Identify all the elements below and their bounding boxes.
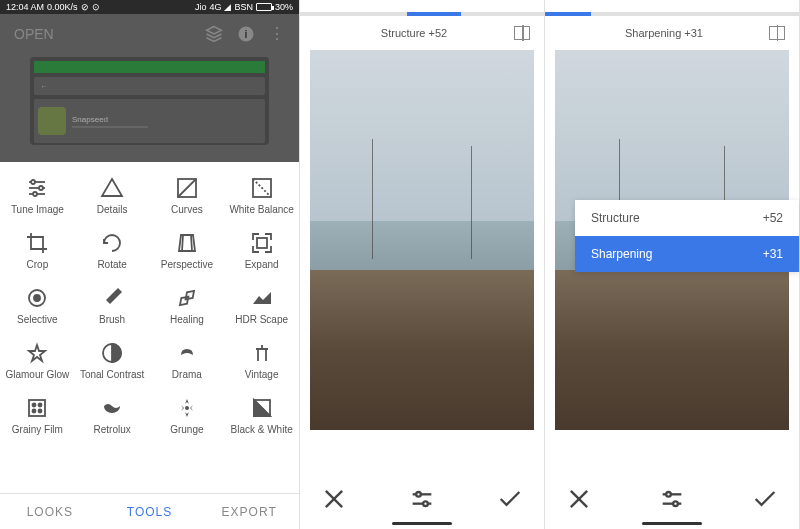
- hdr-icon: [250, 286, 274, 310]
- tool-black-white[interactable]: Black & White: [224, 388, 299, 443]
- retrolux-icon: [100, 396, 124, 420]
- tool-grainy-film[interactable]: Grainy Film: [0, 388, 75, 443]
- compare-icon[interactable]: [769, 26, 785, 40]
- svg-text:i: i: [245, 27, 248, 39]
- apply-button[interactable]: [496, 485, 524, 513]
- svg-point-19: [33, 410, 36, 413]
- dimmed-header: OPEN i ⋮ ← Snapseed: [0, 14, 299, 162]
- slider-track[interactable]: [545, 12, 799, 16]
- tool-expand[interactable]: Expand: [224, 223, 299, 278]
- svg-point-18: [39, 404, 42, 407]
- gesture-bar: [392, 522, 452, 525]
- alarm-icon: ⊘: [81, 2, 89, 12]
- curves-icon: [175, 176, 199, 200]
- tool-healing[interactable]: Healing: [150, 278, 225, 333]
- image-preview[interactable]: [310, 50, 534, 430]
- tab-tools[interactable]: TOOLS: [100, 494, 200, 529]
- wb-icon: [250, 176, 274, 200]
- tool-vintage[interactable]: Vintage: [224, 333, 299, 388]
- tool-tune-image[interactable]: Tune Image: [0, 168, 75, 223]
- tool-brush[interactable]: Brush: [75, 278, 150, 333]
- layers-icon[interactable]: [205, 25, 223, 43]
- adjust-button[interactable]: [408, 485, 436, 513]
- tool-selective[interactable]: Selective: [0, 278, 75, 333]
- tab-export[interactable]: EXPORT: [199, 494, 299, 529]
- svg-point-14: [34, 295, 40, 301]
- tool-rotate[interactable]: Rotate: [75, 223, 150, 278]
- gesture-bar: [642, 522, 702, 525]
- slider-track[interactable]: [300, 12, 544, 16]
- tool-crop[interactable]: Crop: [0, 223, 75, 278]
- preview-card[interactable]: ← Snapseed: [30, 57, 269, 145]
- svg-point-33: [666, 492, 671, 497]
- selective-icon: [25, 286, 49, 310]
- bw-icon: [250, 396, 274, 420]
- open-button[interactable]: OPEN: [14, 26, 54, 42]
- slider-fill: [407, 12, 461, 16]
- tool-drama[interactable]: Drama: [150, 333, 225, 388]
- perspective-icon: [175, 231, 199, 255]
- param-sharpening[interactable]: Sharpening +31: [575, 236, 799, 272]
- apply-button[interactable]: [751, 485, 779, 513]
- clock-icon: ⊙: [92, 2, 100, 12]
- drama-icon: [175, 341, 199, 365]
- sharpening-edit-panel: Sharpening +31 Structure +52 Sharpening …: [545, 0, 800, 529]
- status-speed: 0.00K/s: [47, 2, 78, 12]
- tune-icon: [25, 176, 49, 200]
- tool-retrolux[interactable]: Retrolux: [75, 388, 150, 443]
- tonal-icon: [100, 341, 124, 365]
- svg-rect-16: [29, 400, 45, 416]
- cancel-button[interactable]: [320, 485, 348, 513]
- brush-icon: [100, 286, 124, 310]
- tool-tonal-contrast[interactable]: Tonal Contrast: [75, 333, 150, 388]
- tool-grunge[interactable]: Grunge: [150, 388, 225, 443]
- tool-white-balance[interactable]: White Balance: [224, 168, 299, 223]
- svg-point-21: [185, 406, 189, 410]
- status-time: 12:04 AM: [6, 2, 44, 12]
- tool-curves[interactable]: Curves: [150, 168, 225, 223]
- status-carrier2: BSN: [234, 2, 253, 12]
- svg-rect-12: [257, 238, 267, 248]
- more-icon[interactable]: ⋮: [269, 24, 285, 43]
- svg-line-10: [182, 235, 183, 251]
- status-carrier1: Jio: [195, 2, 207, 12]
- battery-icon: [256, 3, 272, 11]
- svg-point-20: [39, 410, 42, 413]
- status-bar: 12:04 AM 0.00K/s ⊘ ⊙ Jio 4G ◢ BSN 30%: [0, 0, 299, 14]
- svg-point-34: [673, 501, 678, 506]
- compare-icon[interactable]: [514, 26, 530, 40]
- tool-glamour-glow[interactable]: Glamour Glow: [0, 333, 75, 388]
- status-signal: 4G: [209, 2, 221, 12]
- glow-icon: [25, 341, 49, 365]
- svg-point-7: [33, 192, 37, 196]
- adjust-button[interactable]: [658, 485, 686, 513]
- tab-looks[interactable]: LOOKS: [0, 494, 100, 529]
- tool-details[interactable]: Details: [75, 168, 150, 223]
- vintage-icon: [250, 341, 274, 365]
- svg-point-6: [39, 186, 43, 190]
- details-icon: [100, 176, 124, 200]
- cancel-button[interactable]: [565, 485, 593, 513]
- expand-icon: [250, 231, 274, 255]
- rotate-icon: [100, 231, 124, 255]
- tool-grid: Tune Image Details Curves White Balance …: [0, 162, 299, 449]
- param-label: Sharpening +31: [625, 27, 703, 39]
- tool-hdr-scape[interactable]: HDR Scape: [224, 278, 299, 333]
- info-icon[interactable]: i: [237, 25, 255, 43]
- svg-point-28: [423, 501, 428, 506]
- status-battery: 30%: [275, 2, 293, 12]
- grunge-icon: [175, 396, 199, 420]
- signal-icon: ◢: [224, 2, 231, 12]
- svg-point-5: [31, 180, 35, 184]
- svg-line-11: [191, 235, 192, 251]
- tool-perspective[interactable]: Perspective: [150, 223, 225, 278]
- healing-icon: [175, 286, 199, 310]
- param-structure[interactable]: Structure +52: [575, 200, 799, 236]
- crop-icon: [25, 231, 49, 255]
- param-selector: Structure +52 Sharpening +31: [575, 200, 799, 272]
- svg-point-17: [33, 404, 36, 407]
- tools-panel: 12:04 AM 0.00K/s ⊘ ⊙ Jio 4G ◢ BSN 30% OP…: [0, 0, 300, 529]
- param-label: Structure +52: [381, 27, 447, 39]
- svg-point-27: [416, 492, 421, 497]
- bottom-tabs: LOOKS TOOLS EXPORT: [0, 493, 299, 529]
